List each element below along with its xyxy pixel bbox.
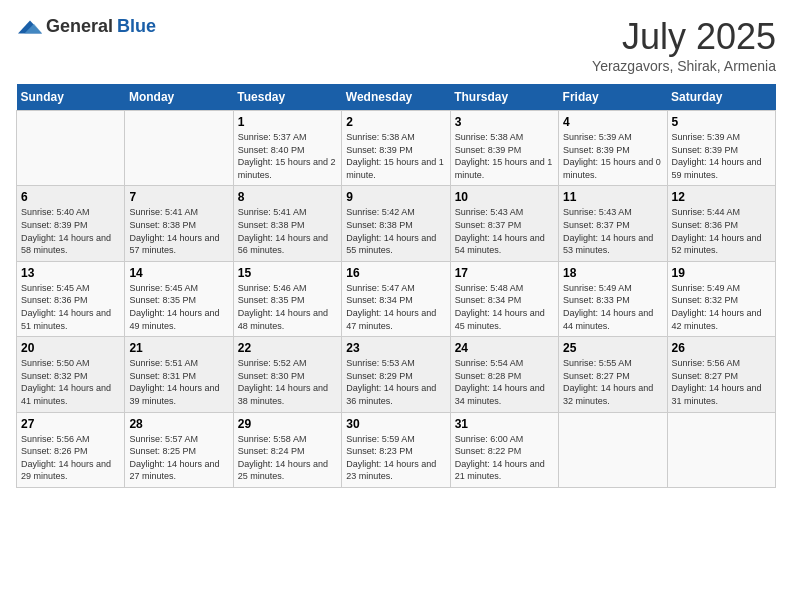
day-info: Sunrise: 5:38 AMSunset: 8:39 PMDaylight:…	[346, 131, 445, 181]
calendar-cell: 3Sunrise: 5:38 AMSunset: 8:39 PMDaylight…	[450, 111, 558, 186]
title-block: July 2025 Yerazgavors, Shirak, Armenia	[592, 16, 776, 74]
day-number: 5	[672, 115, 771, 129]
day-info: Sunrise: 5:39 AMSunset: 8:39 PMDaylight:…	[563, 131, 662, 181]
calendar-cell: 5Sunrise: 5:39 AMSunset: 8:39 PMDaylight…	[667, 111, 775, 186]
sunset-text: Sunset: 8:37 PM	[563, 219, 662, 232]
day-info: Sunrise: 5:43 AMSunset: 8:37 PMDaylight:…	[563, 206, 662, 256]
day-number: 27	[21, 417, 120, 431]
day-info: Sunrise: 5:49 AMSunset: 8:33 PMDaylight:…	[563, 282, 662, 332]
daylight-text: Daylight: 14 hours and 52 minutes.	[672, 232, 771, 257]
day-number: 22	[238, 341, 337, 355]
day-number: 16	[346, 266, 445, 280]
day-number: 26	[672, 341, 771, 355]
daylight-text: Daylight: 14 hours and 36 minutes.	[346, 382, 445, 407]
day-info: Sunrise: 5:53 AMSunset: 8:29 PMDaylight:…	[346, 357, 445, 407]
sunrise-text: Sunrise: 5:54 AM	[455, 357, 554, 370]
day-number: 10	[455, 190, 554, 204]
day-info: Sunrise: 5:50 AMSunset: 8:32 PMDaylight:…	[21, 357, 120, 407]
sunrise-text: Sunrise: 5:52 AM	[238, 357, 337, 370]
sunset-text: Sunset: 8:38 PM	[346, 219, 445, 232]
sunrise-text: Sunrise: 5:40 AM	[21, 206, 120, 219]
sunset-text: Sunset: 8:36 PM	[672, 219, 771, 232]
day-number: 30	[346, 417, 445, 431]
sunset-text: Sunset: 8:36 PM	[21, 294, 120, 307]
sunrise-text: Sunrise: 5:59 AM	[346, 433, 445, 446]
day-info: Sunrise: 5:42 AMSunset: 8:38 PMDaylight:…	[346, 206, 445, 256]
calendar-cell: 20Sunrise: 5:50 AMSunset: 8:32 PMDayligh…	[17, 337, 125, 412]
weekday-header: Sunday	[17, 84, 125, 111]
sunrise-text: Sunrise: 6:00 AM	[455, 433, 554, 446]
sunrise-text: Sunrise: 5:51 AM	[129, 357, 228, 370]
day-info: Sunrise: 5:48 AMSunset: 8:34 PMDaylight:…	[455, 282, 554, 332]
calendar-cell: 28Sunrise: 5:57 AMSunset: 8:25 PMDayligh…	[125, 412, 233, 487]
day-number: 20	[21, 341, 120, 355]
day-number: 11	[563, 190, 662, 204]
logo-general: General	[46, 16, 113, 37]
day-number: 8	[238, 190, 337, 204]
daylight-text: Daylight: 14 hours and 55 minutes.	[346, 232, 445, 257]
day-info: Sunrise: 5:45 AMSunset: 8:35 PMDaylight:…	[129, 282, 228, 332]
sunrise-text: Sunrise: 5:42 AM	[346, 206, 445, 219]
day-number: 28	[129, 417, 228, 431]
sunset-text: Sunset: 8:39 PM	[21, 219, 120, 232]
sunrise-text: Sunrise: 5:38 AM	[455, 131, 554, 144]
calendar-cell: 29Sunrise: 5:58 AMSunset: 8:24 PMDayligh…	[233, 412, 341, 487]
daylight-text: Daylight: 14 hours and 23 minutes.	[346, 458, 445, 483]
day-info: Sunrise: 5:56 AMSunset: 8:26 PMDaylight:…	[21, 433, 120, 483]
day-number: 14	[129, 266, 228, 280]
calendar-cell	[125, 111, 233, 186]
daylight-text: Daylight: 15 hours and 2 minutes.	[238, 156, 337, 181]
sunset-text: Sunset: 8:27 PM	[672, 370, 771, 383]
calendar-cell: 10Sunrise: 5:43 AMSunset: 8:37 PMDayligh…	[450, 186, 558, 261]
month-title: July 2025	[592, 16, 776, 58]
sunrise-text: Sunrise: 5:56 AM	[672, 357, 771, 370]
logo: GeneralBlue	[16, 16, 156, 37]
daylight-text: Daylight: 14 hours and 34 minutes.	[455, 382, 554, 407]
daylight-text: Daylight: 14 hours and 25 minutes.	[238, 458, 337, 483]
daylight-text: Daylight: 14 hours and 38 minutes.	[238, 382, 337, 407]
day-info: Sunrise: 6:00 AMSunset: 8:22 PMDaylight:…	[455, 433, 554, 483]
calendar-cell	[559, 412, 667, 487]
day-info: Sunrise: 5:56 AMSunset: 8:27 PMDaylight:…	[672, 357, 771, 407]
sunrise-text: Sunrise: 5:48 AM	[455, 282, 554, 295]
logo-icon	[18, 17, 42, 37]
calendar-cell: 9Sunrise: 5:42 AMSunset: 8:38 PMDaylight…	[342, 186, 450, 261]
sunset-text: Sunset: 8:29 PM	[346, 370, 445, 383]
sunset-text: Sunset: 8:31 PM	[129, 370, 228, 383]
calendar-cell: 7Sunrise: 5:41 AMSunset: 8:38 PMDaylight…	[125, 186, 233, 261]
calendar-cell: 26Sunrise: 5:56 AMSunset: 8:27 PMDayligh…	[667, 337, 775, 412]
calendar-cell: 6Sunrise: 5:40 AMSunset: 8:39 PMDaylight…	[17, 186, 125, 261]
calendar-cell: 18Sunrise: 5:49 AMSunset: 8:33 PMDayligh…	[559, 261, 667, 336]
calendar-cell: 19Sunrise: 5:49 AMSunset: 8:32 PMDayligh…	[667, 261, 775, 336]
daylight-text: Daylight: 15 hours and 1 minute.	[455, 156, 554, 181]
sunset-text: Sunset: 8:38 PM	[238, 219, 337, 232]
sunset-text: Sunset: 8:25 PM	[129, 445, 228, 458]
day-number: 2	[346, 115, 445, 129]
calendar-cell: 2Sunrise: 5:38 AMSunset: 8:39 PMDaylight…	[342, 111, 450, 186]
calendar-cell: 12Sunrise: 5:44 AMSunset: 8:36 PMDayligh…	[667, 186, 775, 261]
sunset-text: Sunset: 8:34 PM	[455, 294, 554, 307]
day-number: 9	[346, 190, 445, 204]
calendar-cell: 13Sunrise: 5:45 AMSunset: 8:36 PMDayligh…	[17, 261, 125, 336]
day-info: Sunrise: 5:45 AMSunset: 8:36 PMDaylight:…	[21, 282, 120, 332]
logo-blue: Blue	[117, 16, 156, 37]
calendar-cell: 22Sunrise: 5:52 AMSunset: 8:30 PMDayligh…	[233, 337, 341, 412]
calendar-cell: 8Sunrise: 5:41 AMSunset: 8:38 PMDaylight…	[233, 186, 341, 261]
calendar-cell: 27Sunrise: 5:56 AMSunset: 8:26 PMDayligh…	[17, 412, 125, 487]
calendar-cell: 11Sunrise: 5:43 AMSunset: 8:37 PMDayligh…	[559, 186, 667, 261]
sunset-text: Sunset: 8:28 PM	[455, 370, 554, 383]
day-number: 17	[455, 266, 554, 280]
sunrise-text: Sunrise: 5:41 AM	[238, 206, 337, 219]
daylight-text: Daylight: 14 hours and 41 minutes.	[21, 382, 120, 407]
day-number: 21	[129, 341, 228, 355]
daylight-text: Daylight: 14 hours and 29 minutes.	[21, 458, 120, 483]
sunrise-text: Sunrise: 5:43 AM	[563, 206, 662, 219]
sunset-text: Sunset: 8:37 PM	[455, 219, 554, 232]
sunrise-text: Sunrise: 5:39 AM	[563, 131, 662, 144]
daylight-text: Daylight: 14 hours and 58 minutes.	[21, 232, 120, 257]
day-number: 12	[672, 190, 771, 204]
day-number: 24	[455, 341, 554, 355]
calendar-cell	[667, 412, 775, 487]
day-info: Sunrise: 5:51 AMSunset: 8:31 PMDaylight:…	[129, 357, 228, 407]
sunrise-text: Sunrise: 5:50 AM	[21, 357, 120, 370]
